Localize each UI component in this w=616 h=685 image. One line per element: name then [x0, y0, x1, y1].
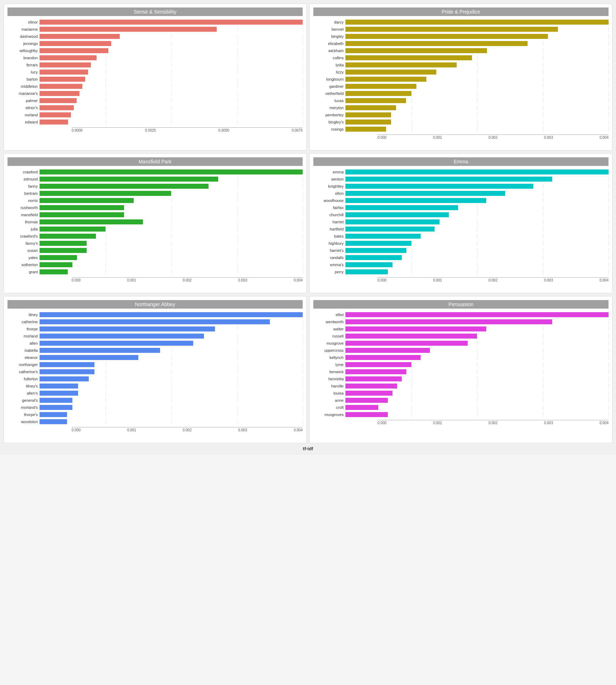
bar-label: henrietta: [313, 377, 344, 381]
x-tick: 0.003: [238, 278, 247, 282]
bar-row: hartfield: [345, 226, 609, 232]
x-tick: 0.002: [488, 421, 497, 425]
bar-label: thorpe's: [7, 412, 38, 417]
bar-fill: [345, 105, 396, 110]
bar-row: longbourn: [345, 76, 609, 82]
bar-row: middleton: [40, 83, 303, 90]
bar-fill: [345, 98, 406, 103]
x-axis-emma: 0.0000.0010.0020.0030.004: [378, 277, 609, 282]
bar-row: rosings: [345, 126, 609, 132]
bar-fill: [40, 105, 74, 110]
bar-row: churchill: [345, 212, 609, 218]
bar-fill: [345, 398, 388, 403]
bar-fill: [40, 91, 79, 96]
x-tick: 0.0025: [145, 128, 156, 132]
bar-track: [345, 48, 609, 53]
bar-label: woodston: [7, 420, 38, 424]
bar-row: morland: [40, 333, 303, 339]
bar-track: [345, 319, 609, 324]
bar-fill: [40, 262, 72, 267]
chart-title-pride-prejudice: Pride & Prejudice: [313, 7, 609, 16]
bar-fill: [345, 205, 458, 210]
bar-row: allen: [40, 340, 303, 346]
bar-track: [345, 376, 609, 381]
bar-fill: [40, 369, 94, 374]
bar-label: brandon: [7, 56, 38, 60]
bar-row: russell: [345, 333, 609, 339]
bar-track: [345, 405, 609, 410]
bar-fill: [40, 198, 134, 203]
bar-row: wentworth: [345, 319, 609, 325]
bar-fill: [40, 362, 94, 367]
x-tick: 0.003: [238, 428, 247, 432]
bar-label: harriet's: [313, 248, 344, 253]
bar-row: croft: [345, 404, 609, 411]
bar-fill: [40, 376, 89, 381]
chart-emma: Emmaemmawestonknightleyeltonwoodhousefai…: [309, 153, 612, 293]
chart-title-sense-sensibility: Sense & Sensibility: [7, 7, 303, 16]
bar-row: benwick: [345, 369, 609, 375]
bar-row: grant: [40, 269, 303, 275]
bar-label: churchill: [313, 213, 344, 217]
x-tick: 0.000: [378, 278, 386, 282]
chart-northanger-abbey: Northanger Abbeytilneycatherinethorpemor…: [4, 296, 307, 443]
bar-row: lucas: [345, 97, 609, 104]
bar-label: tilney's: [7, 384, 38, 388]
bar-row: meryton: [345, 105, 609, 111]
bar-track: [40, 255, 303, 260]
bar-fill: [40, 84, 82, 89]
bar-fill: [40, 205, 124, 210]
bar-label: marianne: [7, 27, 38, 31]
bar-track: [345, 105, 609, 110]
bar-row: woodston: [40, 418, 303, 425]
bar-fill: [345, 184, 533, 189]
bar-row: elliot: [345, 311, 609, 318]
bar-track: [345, 184, 609, 189]
bar-track: [40, 77, 303, 82]
bar-row: henrietta: [345, 376, 609, 382]
bar-fill: [345, 77, 426, 82]
x-tick: 0.001: [433, 136, 442, 139]
chart-title-persuasion: Persuasion: [313, 300, 609, 309]
bar-row: marianne: [40, 26, 303, 32]
bar-track: [40, 398, 303, 403]
bar-track: [345, 34, 609, 39]
bar-fill: [345, 234, 421, 239]
bar-label: elinor's: [7, 106, 38, 110]
bar-fill: [345, 127, 386, 132]
bar-label: meryton: [313, 106, 344, 110]
bar-track: [40, 348, 303, 353]
bar-track: [345, 248, 609, 253]
bar-track: [40, 326, 303, 331]
bar-track: [40, 362, 303, 367]
bar-track: [345, 177, 609, 182]
bar-row: collins: [345, 55, 609, 61]
bar-track: [40, 376, 303, 381]
bar-fill: [40, 191, 171, 196]
x-tick: 0.0075: [292, 128, 303, 132]
bar-track: [345, 84, 609, 89]
bar-fill: [345, 212, 449, 217]
bar-row: ferrars: [40, 62, 303, 68]
bar-row: brandon: [40, 55, 303, 61]
bar-row: palmer: [40, 97, 303, 104]
bar-label: emma's: [313, 263, 344, 267]
bar-track: [345, 91, 609, 96]
bar-row: kellynch: [345, 354, 609, 361]
bar-row: harriet's: [345, 247, 609, 254]
bar-track: [345, 369, 609, 374]
bar-fill: [345, 384, 397, 389]
bar-label: susan: [7, 248, 38, 253]
x-tick: 0.000: [378, 136, 386, 139]
bar-fill: [345, 248, 406, 253]
bar-row: lizzy: [345, 69, 609, 75]
bar-fill: [40, 177, 218, 182]
bar-fill: [40, 334, 204, 339]
bar-fill: [345, 269, 388, 274]
bar-row: louisa: [345, 390, 609, 396]
bar-row: woodhouse: [345, 197, 609, 204]
bar-label: randalls: [313, 255, 344, 260]
bar-track: [40, 319, 303, 324]
bar-track: [345, 312, 609, 317]
bar-track: [40, 27, 303, 32]
